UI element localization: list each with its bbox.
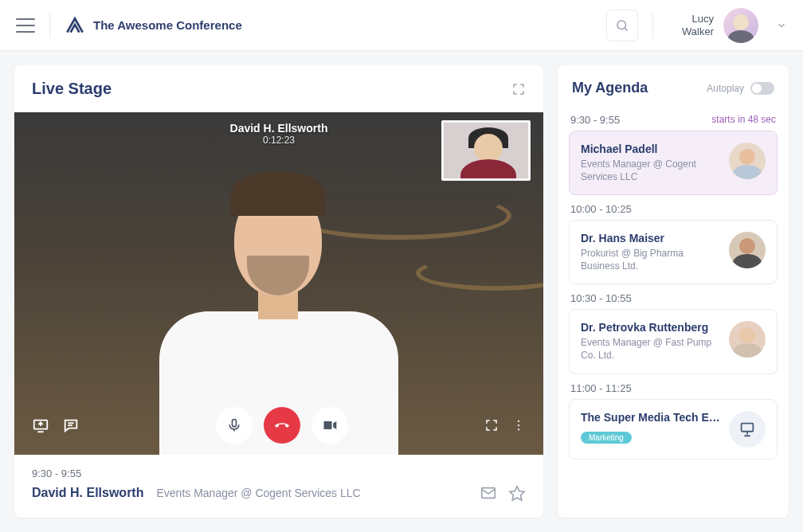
svg-marker-11 <box>510 487 524 500</box>
card-name: The Super Media Tech Experiences <box>581 411 721 424</box>
app-header: The Awesome Conference Lucy Walker <box>0 0 803 51</box>
presentation-icon <box>729 411 766 448</box>
svg-line-1 <box>625 28 627 30</box>
divider <box>49 13 50 38</box>
presenter-name: David H. Ellsworth <box>32 486 143 500</box>
countdown: starts in 48 sec <box>711 114 776 126</box>
avatar <box>729 321 766 358</box>
card-name: Dr. Hans Maiser <box>581 232 721 244</box>
avatar <box>723 8 758 43</box>
svg-point-7 <box>518 421 519 422</box>
session-time: 9:30 - 9:55 <box>32 467 526 479</box>
logo[interactable]: The Awesome Conference <box>65 15 242 36</box>
more-icon[interactable] <box>511 418 526 432</box>
card-name: Michael Padell <box>581 143 721 155</box>
hangup-button[interactable] <box>264 407 300 444</box>
slot-time: 10:00 - 10:25 <box>570 203 776 215</box>
star-icon[interactable] <box>508 484 526 502</box>
user-name: Lucy Walker <box>682 13 714 37</box>
tag: Marketing <box>581 432 632 444</box>
mail-icon[interactable] <box>480 484 497 502</box>
live-stage-panel: Live Stage David H. Ellsworth 0:12:23 <box>14 65 543 518</box>
app-name: The Awesome Conference <box>93 18 242 32</box>
svg-point-8 <box>518 424 519 426</box>
menu-icon[interactable] <box>16 18 35 33</box>
stage-title: Live Stage <box>32 80 112 98</box>
agenda-card[interactable]: The Super Media Tech ExperiencesMarketin… <box>569 399 778 460</box>
chat-icon[interactable] <box>62 417 80 434</box>
avatar <box>729 143 766 179</box>
agenda-card[interactable]: Dr. Petrovka RuttenbergEvents Manager @ … <box>569 309 778 374</box>
screen-share-icon[interactable] <box>32 417 49 434</box>
fullscreen-icon[interactable] <box>484 418 499 432</box>
camera-button[interactable] <box>311 407 348 444</box>
chevron-down-icon[interactable] <box>776 20 787 31</box>
search-icon <box>615 18 629 33</box>
avatar <box>729 232 766 268</box>
logo-icon <box>65 15 85 36</box>
agenda-title: My Agenda <box>572 80 648 96</box>
svg-point-9 <box>518 428 519 430</box>
agenda-panel: My Agenda Autoplay 9:30 - 9:55starts in … <box>558 65 789 518</box>
card-subtitle: Prokurist @ Big Pharma Business Ltd. <box>581 248 721 272</box>
svg-rect-6 <box>233 420 237 427</box>
toggle-switch[interactable] <box>750 82 774 95</box>
agenda-card[interactable]: Michael PadellEvents Manager @ Cogent Se… <box>569 131 778 195</box>
autoplay-toggle[interactable]: Autoplay <box>707 82 774 95</box>
expand-icon[interactable] <box>511 82 526 96</box>
slot-time: 9:30 - 9:55starts in 48 sec <box>570 114 776 126</box>
mic-button[interactable] <box>216 407 253 444</box>
slot-time: 11:00 - 11:25 <box>570 382 776 394</box>
presenter-overlay: David H. Ellsworth 0:12:23 <box>230 122 328 146</box>
agenda-card[interactable]: Dr. Hans MaiserProkurist @ Big Pharma Bu… <box>569 220 778 284</box>
card-subtitle: Events Manager @ Fast Pump Co. Ltd. <box>581 337 721 362</box>
card-name: Dr. Petrovka Ruttenberg <box>581 321 721 334</box>
user-menu[interactable]: Lucy Walker <box>682 8 787 43</box>
stage-footer: 9:30 - 9:55 David H. Ellsworth Events Ma… <box>14 455 543 518</box>
picture-in-picture[interactable] <box>441 120 531 181</box>
divider <box>652 13 653 38</box>
svg-point-0 <box>617 21 626 29</box>
card-subtitle: Events Manager @ Cogent Services LLC <box>581 158 721 183</box>
presenter-title: Events Manager @ Cogent Services LLC <box>156 487 467 499</box>
slot-time: 10:30 - 10:55 <box>570 292 776 304</box>
svg-rect-12 <box>742 423 754 431</box>
search-button[interactable] <box>606 10 638 41</box>
video-stage: David H. Ellsworth 0:12:23 <box>14 112 543 455</box>
